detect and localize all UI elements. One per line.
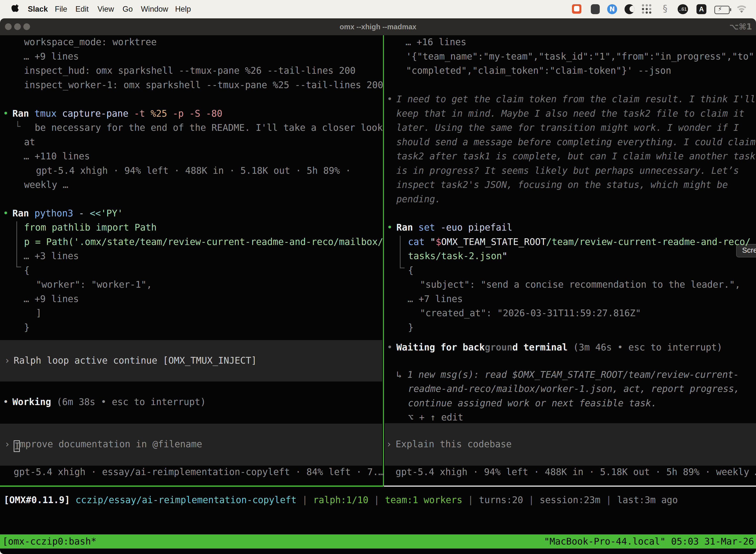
terminal-line: • <box>3 395 8 409</box>
menu-item-file[interactable]: File <box>55 0 67 18</box>
prompt-placeholder-left[interactable]: Improve documentation in @filename <box>14 437 202 451</box>
menu-item-edit[interactable]: Edit <box>75 0 88 18</box>
chat-app-icon[interactable] <box>572 4 581 14</box>
terminal-line: … +9 lines <box>23 292 79 306</box>
terminal-line: • <box>387 340 392 355</box>
terminal-line: I need to get the claim token from the c… <box>396 92 756 107</box>
left-pane-border <box>0 486 383 487</box>
terminal-line: weekly … <box>24 178 68 192</box>
terminal-line: continue assigned work or next feasible … <box>408 396 656 410</box>
terminal-line: inspect_worker-1: omx sparkshell --tmux-… <box>24 78 383 92</box>
terminal-line: • <box>387 220 392 235</box>
terminal-line: Working (6m 38s • esc to interrupt) <box>12 395 206 409</box>
omx-status-bar: [OMX#0.11.9] cczip/essay/ai-reimplementa… <box>4 493 678 507</box>
tmux-status-bar: [omx-cczip0:bash* "MacBook-Pro-44.local"… <box>0 535 756 549</box>
text-cursor: I <box>14 440 20 452</box>
terminal-line: readme-and-reco/mailbox/worker-1.json, a… <box>408 382 740 396</box>
terminal-line: workspace_mode: worktree <box>24 35 157 49</box>
terminal-line: Ran tmux capture-pane -t %25 -p -S -80 <box>12 107 223 121</box>
terminal-line: tasks/task-2.json" <box>408 249 507 263</box>
pane-divider[interactable] <box>383 35 384 487</box>
battery-icon[interactable] <box>714 6 730 14</box>
menu-item-window[interactable]: Window <box>141 0 168 18</box>
terminal-line: … +110 lines <box>23 149 90 164</box>
terminal-line: "completed","claim_token":"claim-token"}… <box>406 63 671 78</box>
terminal-line: inspect_hud: omx sparkshell --tmux-pane … <box>24 63 356 78</box>
tmux-host-clock: "MacBook-Pro-44.local" 05:03 31-Mar-26 <box>544 535 754 549</box>
terminal-line: { <box>24 263 29 278</box>
terminal-line: • <box>387 92 392 107</box>
input-source-icon[interactable]: A <box>696 4 706 14</box>
terminal-line: "worker": "worker-1", <box>36 277 152 292</box>
moon-icon[interactable] <box>625 4 634 14</box>
right-pane-border <box>384 486 756 487</box>
screen: { "colors": { "dim": "#8d8d8d", "dimmer"… <box>0 0 756 554</box>
terminal-line: at <box>24 135 35 150</box>
prompt-placeholder-right[interactable]: Explain this codebase <box>396 437 512 451</box>
tmux-session-name: [omx-cczip0:bash* <box>2 535 97 549</box>
terminal-line: └ <box>15 119 20 134</box>
menu-item-help[interactable]: Help <box>175 0 191 18</box>
terminal-line: "created_at": "2026-03-31T11:59:27.816Z" <box>420 306 641 321</box>
blue-badge-icon[interactable]: N <box>607 4 617 14</box>
terminal-line: Ran python3 - <<'PY' <box>12 206 123 221</box>
terminal-line: keep that in mind. Maybe I also need the… <box>396 107 744 121</box>
output-connector <box>400 236 404 268</box>
terminal-line: "subject": "send a concise recommendatio… <box>420 277 740 292</box>
terminal-line: pending. <box>396 192 441 207</box>
terminal-line: } <box>24 321 29 335</box>
notification-text: Ralph loop active continue [OMX_TMUX_INJ… <box>14 353 257 368</box>
terminal-line: • <box>3 206 8 221</box>
terminal-line: p = Path('.omx/state/team/review-current… <box>24 235 383 249</box>
terminal-line: • <box>3 107 8 121</box>
terminal-line: task2 after task1 is complete, but can I… <box>396 149 756 164</box>
menu-item-view[interactable]: View <box>98 0 114 18</box>
terminal-line: gpt-5.4 xhigh · 94% left · 488K in · 5.1… <box>36 164 351 178</box>
terminal-line: gpt-5.4 xhigh · essay/ai-reimplementatio… <box>14 465 384 479</box>
terminal-line: be necessary for the end of the README. … <box>35 121 383 135</box>
terminal-line: cat "$OMX_TEAM_STATE_ROOT/team/review-cu… <box>408 235 751 249</box>
keypad-app-icon[interactable] <box>591 4 600 14</box>
terminal-line: Waiting for background terminal (3m 46s … <box>396 340 722 355</box>
terminal-line: … +7 lines <box>407 292 463 306</box>
terminal-line: inspect task2's JSON, focusing on the st… <box>396 178 728 192</box>
menu-item-slack[interactable]: Slack <box>28 0 48 18</box>
wifi-icon[interactable] <box>736 5 747 14</box>
terminal-line: … +9 lines <box>23 49 79 64</box>
terminal-line: … +3 lines <box>23 249 79 263</box>
dots-grid-icon[interactable] <box>642 4 652 14</box>
menu-item-go[interactable]: Go <box>123 0 133 18</box>
terminal-line: ↳ 1 new msg(s): read $OMX_TEAM_STATE_ROO… <box>396 368 739 382</box>
output-connector <box>16 221 21 267</box>
terminal-line: } <box>408 321 414 335</box>
count-badge-icon[interactable]: ..61 <box>678 4 688 14</box>
prompt-chevron-left: › <box>4 437 10 451</box>
apple-menu-icon[interactable] <box>11 4 19 14</box>
terminal-line: gpt-5.4 xhigh · 94% left · 488K in · 5.1… <box>396 465 756 479</box>
terminal-line: later. Using the same for transition mig… <box>396 121 739 135</box>
terminal-line: ] <box>36 306 42 321</box>
terminal-line: from pathlib import Path <box>24 220 157 235</box>
terminal-line: Ran set -euo pipefail <box>396 220 512 235</box>
notification-chevron: › <box>4 353 10 368</box>
terminal-line: ⌥ + ↑ edit <box>408 410 463 425</box>
prompt-chevron-right: › <box>386 437 392 451</box>
terminal-line: '{"team_name":"my-team","task_id":"1","f… <box>406 49 756 64</box>
terminal-line: … +16 lines <box>405 35 466 49</box>
window-title: omx --xhigh --madmax <box>0 18 756 35</box>
section-icon[interactable]: § <box>663 3 668 14</box>
menu-bar: Slack File Edit View Go Window Help N § … <box>0 0 756 18</box>
terminal-line: { <box>408 263 414 278</box>
terminal-line: should send a message before completing … <box>396 135 756 150</box>
window-shortcut-hint: ⌥⌘1 <box>729 18 752 35</box>
terminal-line: is in progress? It seems likely but perh… <box>396 164 739 178</box>
